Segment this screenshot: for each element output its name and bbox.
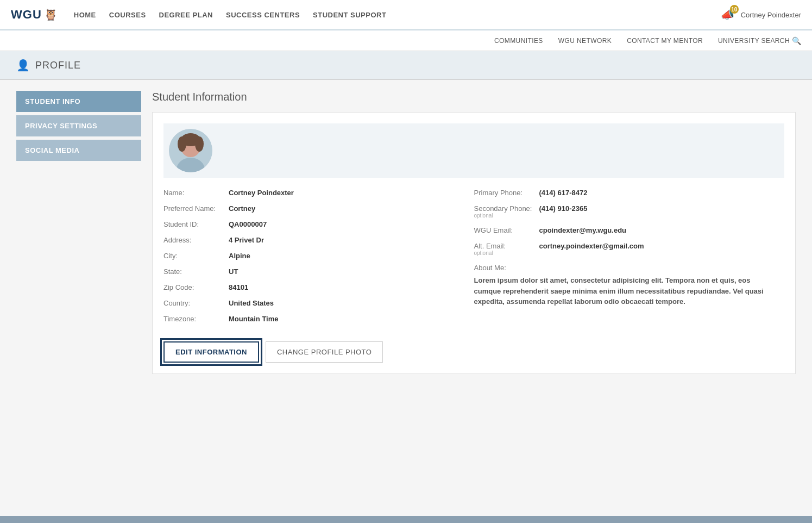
wgu-email-value: cpoindexter@my.wgu.edu: [539, 226, 627, 234]
alt-email-value: cortney.poindexter@gmail.com: [539, 242, 644, 250]
alt-email-row: Alt. Email: optional cortney.poindexter@…: [474, 242, 774, 256]
alt-email-optional: optional: [474, 250, 539, 256]
country-row: Country: United States: [163, 299, 463, 307]
state-row: State: UT: [163, 267, 463, 276]
svg-point-4: [178, 136, 186, 152]
student-id-value: QA0000007: [229, 220, 267, 228]
wgu-email-label: WGU Email:: [474, 226, 539, 234]
page-title: PROFILE: [35, 60, 81, 71]
state-label: State:: [163, 267, 229, 276]
top-navigation: WGU 🦉 HOME COURSES DEGREE PLAN SUCCESS C…: [0, 0, 812, 30]
avatar-row: [163, 123, 784, 178]
sidebar-item-student-info[interactable]: STUDENT INFO: [16, 91, 141, 112]
student-info-card: Name: Cortney Poindexter Preferred Name:…: [152, 112, 796, 374]
footer: Accessibility Policy | Help & Support: [0, 516, 812, 523]
zip-value: 84101: [229, 283, 248, 291]
name-value: Cortney Poindexter: [229, 189, 294, 197]
preferred-name-label: Preferred Name:: [163, 204, 229, 213]
nav-home[interactable]: HOME: [74, 11, 96, 19]
wgu-email-row: WGU Email: cpoindexter@my.wgu.edu: [474, 226, 774, 234]
nav-communities[interactable]: COMMUNITIES: [494, 37, 543, 45]
about-label: About Me:: [474, 264, 774, 272]
zip-label: Zip Code:: [163, 283, 229, 291]
nav-university-search[interactable]: UNIVERSITY SEARCH: [718, 37, 790, 45]
state-value: UT: [229, 267, 238, 276]
nav-courses[interactable]: COURSES: [109, 11, 146, 19]
logo[interactable]: WGU 🦉: [11, 8, 58, 22]
secondary-navigation: COMMUNITIES WGU NETWORK CONTACT MY MENTO…: [0, 30, 812, 51]
city-label: City:: [163, 252, 229, 260]
timezone-row: Timezone: Mountain Time: [163, 315, 463, 323]
sidebar: STUDENT INFO PRIVACY SETTINGS SOCIAL MED…: [16, 91, 141, 505]
name-row: Name: Cortney Poindexter: [163, 189, 463, 197]
info-right-column: Primary Phone: (414) 617-8472 Secondary …: [474, 189, 785, 331]
secondary-phone-row: Secondary Phone: optional (414) 910-2365: [474, 204, 774, 219]
student-id-row: Student ID: QA0000007: [163, 220, 463, 228]
sidebar-item-privacy-settings[interactable]: PRIVACY SETTINGS: [16, 115, 141, 136]
nav-wgu-network[interactable]: WGU NETWORK: [558, 37, 612, 45]
primary-phone-value: (414) 617-8472: [539, 189, 588, 197]
secondary-phone-label: Secondary Phone: optional: [474, 204, 539, 219]
content-area: Student Information: [152, 91, 796, 505]
edit-information-button[interactable]: EDIT INFORMATION: [163, 341, 259, 363]
timezone-label: Timezone:: [163, 315, 229, 323]
preferred-name-value: Cortney: [229, 204, 255, 213]
nav-university-search-container: UNIVERSITY SEARCH 🔍: [718, 36, 801, 45]
logo-owl-icon: 🦉: [44, 8, 58, 21]
user-name: Cortney Poindexter: [741, 11, 801, 19]
avatar-image: [169, 129, 212, 172]
country-value: United States: [229, 299, 274, 307]
notification-badge: 10: [730, 5, 739, 14]
address-value: 4 Privet Dr: [229, 236, 264, 244]
city-value: Alpine: [229, 252, 250, 260]
about-text: Lorem ipsum dolor sit amet, consectetur …: [474, 275, 774, 307]
nav-contact-mentor[interactable]: CONTACT MY MENTOR: [627, 37, 703, 45]
nav-degree-plan[interactable]: DEGREE PLAN: [159, 11, 213, 19]
main-nav: HOME COURSES DEGREE PLAN SUCCESS CENTERS…: [74, 11, 721, 19]
alt-email-label: Alt. Email: optional: [474, 242, 539, 256]
secondary-phone-optional: optional: [474, 213, 539, 219]
section-title: Student Information: [152, 91, 796, 103]
svg-point-5: [195, 136, 204, 152]
avatar: [169, 129, 212, 172]
about-section: About Me: Lorem ipsum dolor sit amet, co…: [474, 264, 774, 307]
secondary-phone-value: (414) 910-2365: [539, 204, 588, 213]
nav-student-support[interactable]: STUDENT SUPPORT: [313, 11, 386, 19]
sidebar-item-social-media[interactable]: SOCIAL MEDIA: [16, 140, 141, 161]
profile-header: 👤 PROFILE: [0, 51, 812, 80]
profile-person-icon: 👤: [16, 59, 30, 72]
student-id-label: Student ID:: [163, 220, 229, 228]
notification-bell[interactable]: 📣 10: [721, 8, 734, 21]
name-label: Name:: [163, 189, 229, 197]
top-nav-right: 📣 10 Cortney Poindexter: [721, 8, 801, 21]
nav-success-centers[interactable]: SUCCESS CENTERS: [226, 11, 300, 19]
logo-text: WGU: [11, 8, 42, 22]
address-label: Address:: [163, 236, 229, 244]
preferred-name-row: Preferred Name: Cortney: [163, 204, 463, 213]
address-row: Address: 4 Privet Dr: [163, 236, 463, 244]
primary-phone-label: Primary Phone:: [474, 189, 539, 197]
search-icon: 🔍: [792, 36, 801, 45]
country-label: Country:: [163, 299, 229, 307]
info-left-column: Name: Cortney Poindexter Preferred Name:…: [163, 189, 474, 331]
main-content: STUDENT INFO PRIVACY SETTINGS SOCIAL MED…: [0, 80, 812, 516]
city-row: City: Alpine: [163, 252, 463, 260]
primary-phone-row: Primary Phone: (414) 617-8472: [474, 189, 774, 197]
zip-row: Zip Code: 84101: [163, 283, 463, 291]
button-row: EDIT INFORMATION CHANGE PROFILE PHOTO: [163, 341, 784, 363]
info-grid: Name: Cortney Poindexter Preferred Name:…: [163, 189, 784, 331]
change-profile-photo-button[interactable]: CHANGE PROFILE PHOTO: [266, 341, 383, 363]
timezone-value: Mountain Time: [229, 315, 278, 323]
